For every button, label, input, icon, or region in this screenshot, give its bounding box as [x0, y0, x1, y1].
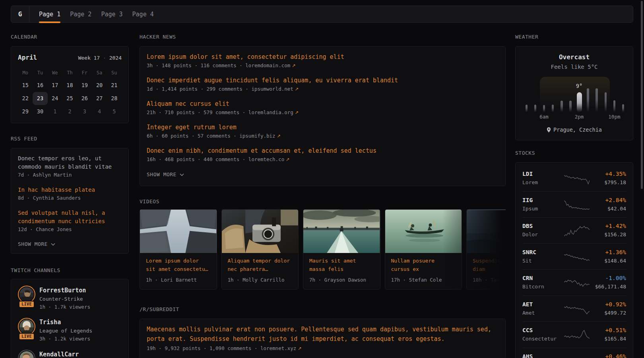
subreddit-post-title-link[interactable]: Maecenas mollis pulvinar erat non posuer… [147, 325, 499, 344]
calendar-day-selected[interactable]: 23 [33, 92, 47, 105]
stock-price: $795.18 [590, 178, 626, 187]
stock-change-percent: +0.51% [590, 326, 626, 335]
stocks-widget: STOCKS LDILorem+4.35%$795.18IIGIpsum+2.8… [515, 150, 633, 358]
stock-row: AHS+0.46% [522, 348, 626, 358]
rss-item-title-link[interactable]: In hac habitasse platea [18, 186, 122, 194]
twitch-channel-name[interactable]: KendallCarr [39, 350, 79, 358]
twitch-channel-meta: 3h · 1.2k viewers [39, 335, 92, 343]
rss-item-meta: 12d · Chance Jones [18, 226, 122, 233]
calendar-day[interactable]: 27 [92, 92, 107, 105]
video-thumbnail[interactable] [222, 210, 299, 253]
twitch-channel-category[interactable]: League of Legends [39, 327, 92, 335]
calendar-day[interactable]: 4 [92, 105, 107, 118]
hackernews-item: Aliquam nec cursus elit21h · 710 points … [147, 99, 499, 117]
video-title-link[interactable]: Lorem ipsum dolor sit amet consectetu… [146, 257, 211, 273]
twitch-channel-category[interactable]: Counter-Strike [39, 295, 90, 303]
weather-time-label: 10pm [608, 114, 620, 120]
calendar-day[interactable]: 21 [107, 79, 122, 92]
twitch-channel-info: ForrestBurtonCounter-Strike1h · 1.7k vie… [39, 286, 90, 311]
video-thumbnail[interactable] [140, 210, 217, 253]
rss-item-title-link[interactable]: Donec tempor eros leo, ut commodo mauris… [18, 154, 122, 171]
item-meta-text: 1d · 1,414 points · 299 comments · ipsum… [147, 86, 293, 92]
calendar-day[interactable]: 24 [48, 92, 62, 105]
calendar-day[interactable]: 17 [48, 79, 62, 92]
calendar-day[interactable]: 5 [107, 105, 122, 118]
stock-values: +0.46% [590, 352, 626, 358]
hackernews-item: Lorem ipsum dolor sit amet, consectetur … [147, 53, 499, 70]
video-thumbnail[interactable] [467, 210, 506, 253]
weather-daylight-band [540, 77, 610, 112]
calendar-day[interactable]: 18 [62, 79, 77, 92]
stock-symbol[interactable]: IIG [522, 196, 560, 204]
page-scrollbar-thumb[interactable] [641, 1, 643, 189]
stock-symbol[interactable]: AET [522, 300, 560, 309]
external-link-icon: ↗ [293, 110, 299, 115]
stock-symbol-block: CCSConsectetur [522, 326, 560, 343]
rss-item: Sed volutpat nulla nisl, a condimentum n… [18, 209, 122, 233]
calendar-header: April Week 17 · 2024 [18, 53, 122, 63]
rss-show-more-button[interactable]: SHOW MORE [18, 240, 122, 248]
stock-symbol[interactable]: DBS [522, 222, 560, 230]
stocks-card: LDILorem+4.35%$795.18IIGIpsum+2.84%$42.0… [515, 162, 633, 358]
calendar-weekday: Tu [33, 70, 47, 76]
stock-row: IIGIpsum+2.84%$42.04 [522, 191, 626, 218]
video-title-link[interactable]: Suspendisse habitant diam [473, 257, 506, 273]
weather-feels-like: Feels like 5°C [516, 63, 633, 71]
stock-change-percent: +4.35% [590, 170, 626, 178]
video-meta: 1h · Molly Carrillo [228, 276, 293, 284]
calendar-day[interactable]: 15 [18, 79, 33, 92]
streamer-avatar-image [19, 319, 34, 334]
external-link-icon: ↗ [290, 63, 295, 68]
stock-symbol[interactable]: AHS [522, 352, 560, 358]
item-meta-text: 19h · 9,932 points · 1,090 comments · lo… [147, 345, 296, 351]
calendar-day[interactable]: 20 [92, 79, 107, 92]
stock-symbol[interactable]: CRN [522, 274, 560, 282]
video-thumbnail[interactable] [385, 210, 462, 253]
video-title-link[interactable]: Nullam posuere cursus ex [391, 257, 456, 273]
calendar-day[interactable]: 25 [62, 92, 77, 105]
stock-symbol-block: AETAmet [522, 300, 560, 317]
calendar-day[interactable]: 1 [48, 105, 62, 118]
external-link-icon: ↗ [293, 86, 299, 92]
calendar-day[interactable]: 28 [107, 92, 122, 105]
twitch-avatar[interactable] [18, 350, 35, 358]
twitch-channel-name[interactable]: ForrestBurton [39, 286, 90, 295]
stock-price: $156.28 [590, 230, 626, 239]
hackernews-item-title-link[interactable]: Donec enim nibh, condimentum et accumsan… [147, 146, 499, 156]
stock-symbol[interactable]: CCS [522, 326, 560, 335]
hackernews-item-title-link[interactable]: Donec imperdiet augue tincidunt felis al… [147, 76, 499, 85]
weather-bar-current [577, 92, 582, 112]
calendar-day[interactable]: 22 [18, 92, 33, 105]
hackernews-item-title-link[interactable]: Lorem ipsum dolor sit amet, consectetur … [147, 53, 499, 62]
rss-item: Donec tempor eros leo, ut commodo mauris… [18, 154, 122, 179]
calendar-day[interactable]: 29 [18, 105, 33, 118]
hackernews-widget: HACKER NEWS Lorem ipsum dolor sit amet, … [140, 34, 506, 186]
sparkline-chart [564, 329, 590, 342]
stocks-widget-title: STOCKS [515, 150, 633, 156]
hackernews-item-meta: 21h · 710 points · 579 comments · loreml… [147, 109, 499, 117]
calendar-day[interactable]: 30 [33, 105, 47, 118]
stock-symbol[interactable]: SNRC [522, 248, 560, 257]
hackernews-item-title-link[interactable]: Aliquam nec cursus elit [147, 99, 499, 109]
weather-bar [552, 105, 554, 112]
calendar-day[interactable]: 26 [77, 92, 92, 105]
stock-sparkline [564, 251, 590, 264]
calendar-day[interactable]: 3 [77, 105, 92, 118]
twitch-avatar[interactable]: LIVE [18, 318, 35, 343]
calendar-day[interactable]: 2 [62, 105, 77, 118]
hackernews-show-more-button[interactable]: SHOW MORE [147, 171, 499, 179]
video-thumbnail[interactable] [303, 210, 380, 253]
stock-symbol[interactable]: LDI [522, 170, 560, 178]
stock-sparkline [564, 172, 590, 186]
twitch-avatar[interactable]: LIVE [18, 286, 35, 311]
calendar-day[interactable]: 16 [33, 79, 47, 92]
twitch-channel-name[interactable]: Trisha [39, 318, 92, 327]
hackernews-item-title-link[interactable]: Integer eget rutrum lorem [147, 123, 499, 132]
video-title-link[interactable]: Mauris sit amet massa felis [309, 257, 374, 273]
rss-item-title-link[interactable]: Sed volutpat nulla nisl, a condimentum n… [18, 209, 122, 226]
video-title-link[interactable]: Aliquam tempor dolor nec pharetra… [228, 257, 293, 273]
weather-hourly-chart: 9° [516, 71, 633, 112]
stock-row: DBSDolor+1.42%$156.28 [522, 217, 626, 243]
calendar-day[interactable]: 19 [77, 79, 92, 92]
hackernews-item-meta: 16h · 468 points · 440 comments · loremt… [147, 156, 499, 163]
